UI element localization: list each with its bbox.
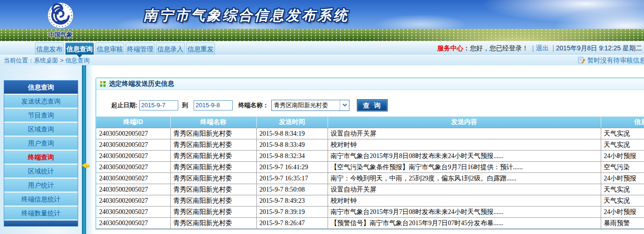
- chevron-down-icon[interactable]: [340, 100, 349, 110]
- cell-info-type: 天气实况: [601, 128, 644, 139]
- nav-tab[interactable]: 终端管理: [126, 42, 154, 55]
- sidebar-item[interactable]: 节目查询: [4, 109, 78, 123]
- sidebar-item[interactable]: 用户统计: [4, 179, 78, 193]
- logo-caption: 中国气象: [40, 31, 81, 39]
- cma-logo: 中国气象: [40, 2, 81, 39]
- cell-info-type: 暴雨预警: [601, 218, 644, 229]
- cell-terminal-name: 青秀区南阳新光村委: [170, 195, 256, 206]
- separator: |: [552, 44, 554, 52]
- nav-tab[interactable]: 信息录入: [156, 42, 185, 55]
- sidebar-item[interactable]: 终端信息统计: [4, 193, 78, 206]
- table-header-cell: 发送时间: [256, 117, 328, 128]
- cell-terminal-id: 240305002005027: [96, 218, 170, 229]
- cell-terminal-name: 青秀区南阳新光村委: [170, 139, 256, 151]
- table-header-cell: 终端名称: [170, 117, 256, 128]
- header-banner: 中国气象 南宁市气象综合信息发布系统: [0, 0, 644, 41]
- cell-info-type: 24小时预报: [601, 151, 644, 162]
- table-row[interactable]: 240305002005027 青秀区南阳新光村委 2015-9-8 8:34:…: [96, 128, 644, 139]
- nav-tab[interactable]: 信息审核: [95, 42, 124, 55]
- breadcrumb-home-link[interactable]: 系统桌面: [34, 57, 58, 64]
- sidebar-item[interactable]: 终端数量统计: [4, 206, 78, 220]
- content-area: 信息查询 发送状态查询 节目查询 区域查询 用户查询 终端查询 区域统计 用户统…: [0, 65, 644, 234]
- cell-info-type: 24小时预报: [601, 206, 644, 218]
- terminal-select-value: 青秀区南阳新光村委: [272, 100, 340, 110]
- table-row[interactable]: 240305002005027 青秀区南阳新光村委 2015-9-7 8:39:…: [96, 206, 644, 218]
- sidebar-item[interactable]: 区域统计: [4, 165, 78, 179]
- splitter-gutter: [86, 65, 95, 234]
- separator: |: [532, 44, 534, 52]
- cell-send-content: 校对时钟: [328, 195, 601, 206]
- cell-terminal-name: 青秀区南阳新光村委: [170, 184, 256, 195]
- table-header-cell: 发送内容: [328, 117, 601, 128]
- sidebar-item[interactable]: 终端查询: [4, 151, 78, 165]
- pending-review-notice: 暂时没有待审核信息: [578, 55, 644, 65]
- current-datetime: 2015年9月8日 9:12:25 星期二: [556, 44, 642, 52]
- table-row[interactable]: 240305002005027 青秀区南阳新光村委 2015-9-7 16:35…: [96, 173, 644, 184]
- history-table: 终端ID 终端名称 发送时间 发送内容 信息位: [96, 117, 644, 229]
- cell-send-content: 【预警信号】南宁市气象台2015年9月7日07时45分发布暴......: [328, 218, 601, 229]
- cell-send-content: 设置自动开关屏: [328, 128, 601, 139]
- logout-link[interactable]: 退出: [536, 44, 549, 52]
- cell-send-content: 南宁市气象台2015年9月8日08时发布未来24小时天气预报......: [328, 151, 601, 162]
- date-from-input[interactable]: [139, 100, 178, 110]
- terminal-name-label: 终端名称：: [238, 101, 268, 110]
- table-header-cell: 信息位: [601, 117, 644, 128]
- cell-send-time: 2015-9-8 8:32:34: [256, 151, 328, 162]
- cell-send-time: 2015-9-7 8:26:47: [256, 218, 328, 229]
- sidebar-title: 信息查询: [4, 81, 78, 95]
- table-row[interactable]: 240305002005027 青秀区南阳新光村委 2015-9-8 8:32:…: [96, 151, 644, 162]
- search-button[interactable]: 查 询: [357, 99, 388, 111]
- cell-terminal-name: 青秀区南阳新光村委: [170, 218, 256, 229]
- login-greeting: 您好，您已经登录！: [470, 44, 529, 52]
- cell-terminal-name: 青秀区南阳新光村委: [170, 151, 256, 162]
- sidebar-item[interactable]: 区域查询: [4, 123, 78, 137]
- breadcrumb-label: 当前位置：: [4, 57, 34, 64]
- panel-title-text: 选定终端发送历史信息: [109, 80, 174, 88]
- to-label: 到: [182, 101, 188, 110]
- sidebar-item[interactable]: 用户查询: [4, 137, 78, 151]
- cell-send-time: 2015-9-8 8:34:19: [256, 128, 328, 139]
- cell-send-time: 2015-9-7 8:50:08: [256, 184, 328, 195]
- top-navbar: 信息发布 信息查询 信息审核 终端管理 信息录入 信息重发 服务中心：您好，您已…: [0, 41, 644, 55]
- cell-terminal-id: 240305002005027: [96, 206, 170, 218]
- cell-terminal-id: 240305002005027: [96, 162, 170, 173]
- sidebar-splitter[interactable]: [82, 65, 86, 234]
- cell-send-content: 南宁市气象台2015年9月7日08时发布未来24小时天气预报......: [328, 206, 601, 218]
- table-row[interactable]: 240305002005027 青秀区南阳新光村委 2015-9-7 16:41…: [96, 162, 644, 173]
- sidebar-footer-bar: [4, 220, 78, 226]
- sidebar-item[interactable]: 发送状态查询: [4, 95, 78, 109]
- table-row[interactable]: 240305002005027 青秀区南阳新光村委 2015-9-8 8:33:…: [96, 139, 644, 151]
- nav-tab[interactable]: 信息发布: [35, 42, 64, 55]
- cell-info-type: 天气实况: [601, 139, 644, 151]
- cell-send-time: 2015-9-7 8:39:19: [256, 206, 328, 218]
- table-row[interactable]: 240305002005027 青秀区南阳新光村委 2015-9-7 8:49:…: [96, 195, 644, 206]
- nav-tabs: 信息发布 信息查询 信息审核 终端管理 信息录入 信息重发: [35, 42, 215, 55]
- cell-terminal-name: 青秀区南阳新光村委: [170, 173, 256, 184]
- date-range-label: 起止日期:: [111, 101, 137, 110]
- cell-terminal-id: 240305002005027: [96, 128, 170, 139]
- nav-tab[interactable]: 信息查询: [65, 42, 94, 55]
- date-to-input[interactable]: [194, 100, 233, 110]
- cell-send-time: 2015-9-7 8:49:23: [256, 195, 328, 206]
- cell-terminal-name: 青秀区南阳新光村委: [170, 128, 256, 139]
- sidebar-collapse-arrow-icon[interactable]: [79, 163, 86, 168]
- cell-terminal-id: 240305002005027: [96, 184, 170, 195]
- table-row[interactable]: 240305002005027 青秀区南阳新光村委 2015-9-7 8:50:…: [96, 184, 644, 195]
- breadcrumb: 当前位置：系统桌面>信息查询 暂时没有待审核信息: [0, 55, 644, 65]
- nav-tab[interactable]: 信息重发: [186, 42, 215, 55]
- cell-terminal-id: 240305002005027: [96, 139, 170, 151]
- service-center-label: 服务中心：: [437, 44, 470, 52]
- breadcrumb-current-link[interactable]: 信息查询: [66, 57, 90, 64]
- terminal-select[interactable]: 青秀区南阳新光村委: [271, 100, 349, 111]
- cma-logo-icon: [47, 2, 74, 28]
- cell-send-time: 2015-9-7 16:41:29: [256, 162, 328, 173]
- history-panel: 选定终端发送历史信息 起止日期: 到 终端名称： 青秀区南阳新光村委 查 询: [95, 77, 644, 230]
- grass-decoration: [0, 29, 644, 41]
- cell-terminal-id: 240305002005027: [96, 173, 170, 184]
- cell-send-content: 【空气污染气象条件预报】南宁市气象台9月7日16时提供：预计......: [328, 162, 601, 173]
- sidebar-menu: 信息查询 发送状态查询 节目查询 区域查询 用户查询 终端查询 区域统计 用户统…: [4, 80, 78, 227]
- cell-send-time: 2015-9-7 16:35:17: [256, 173, 328, 184]
- table-row[interactable]: 240305002005027 青秀区南阳新光村委 2015-9-7 8:26:…: [96, 218, 644, 229]
- cell-info-type: 天气实况: [601, 184, 644, 195]
- pending-review-text: 暂时没有待审核信息: [587, 56, 644, 64]
